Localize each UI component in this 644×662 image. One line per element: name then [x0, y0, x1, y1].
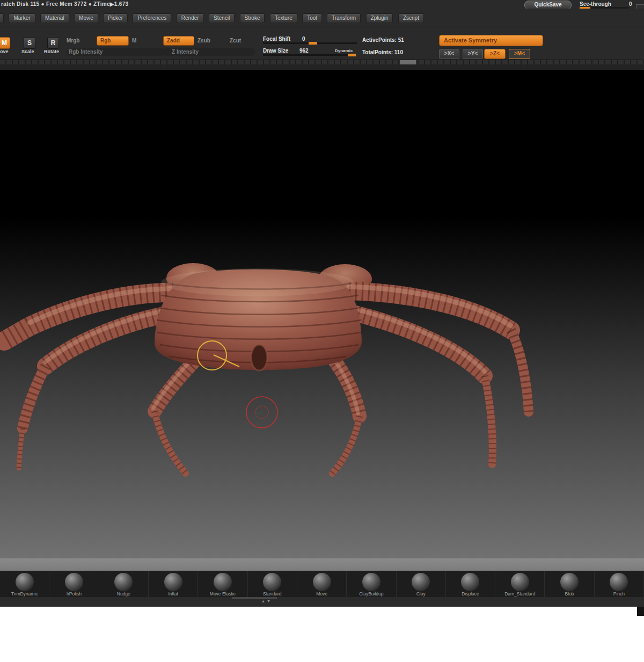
- brush-sphere-icon: [164, 573, 182, 591]
- brush-trimdynamic[interactable]: TrimDynamic: [0, 571, 49, 598]
- tray-footer: ▲▼: [0, 597, 644, 607]
- focal-shift-label: Focal Shift: [263, 36, 290, 42]
- menu-row: Marker Material Movie Picker Preferences…: [0, 13, 424, 23]
- zadd-button[interactable]: Zadd: [163, 36, 194, 46]
- menu-item-marker[interactable]: Marker: [9, 13, 35, 23]
- brush-sphere-icon: [362, 573, 380, 591]
- move-button[interactable]: M: [0, 37, 10, 49]
- menu-item-material[interactable]: Material: [40, 13, 69, 23]
- menu-item-tool[interactable]: Tool: [302, 13, 321, 23]
- brush-label: Move Elastic: [198, 591, 247, 596]
- sculpt-canvas[interactable]: [0, 70, 644, 558]
- symmetry-x-button[interactable]: >X<: [439, 49, 459, 59]
- brush-label: Dam_Standard: [495, 591, 544, 596]
- focal-shift-value: 0: [302, 36, 305, 42]
- rgb-intensity-slider[interactable]: Rgb Intensity: [67, 48, 165, 56]
- draw-size-knob[interactable]: [348, 54, 356, 56]
- menu-item-stencil[interactable]: Stencil: [209, 13, 235, 23]
- draw-cursor: [246, 397, 277, 428]
- symmetry-z-button[interactable]: >Z<: [484, 49, 506, 59]
- timeline-thumb[interactable]: [400, 60, 416, 64]
- activate-symmetry-button[interactable]: Activate Symmetry: [439, 35, 543, 46]
- spider-model: [0, 70, 644, 558]
- brush-sphere-icon: [16, 573, 34, 591]
- brush-label: Pinch: [595, 591, 643, 596]
- rgb-button[interactable]: Rgb: [97, 36, 129, 46]
- focal-shift-slider[interactable]: [263, 42, 357, 44]
- draw-size-slider[interactable]: [263, 54, 357, 56]
- brush-label: TrimDynamic: [0, 591, 49, 596]
- tray-toggle[interactable]: ▲▼: [261, 599, 272, 603]
- brush-label: Inflat: [149, 591, 197, 596]
- brush-move[interactable]: Move: [297, 571, 347, 598]
- scale-button-label: Scale: [21, 49, 34, 54]
- mrgb-button[interactable]: Mrgb: [67, 38, 79, 43]
- brush-clay[interactable]: Clay: [397, 571, 446, 598]
- z-intensity-slider[interactable]: Z Intensity: [163, 48, 255, 56]
- spider-head: [251, 345, 267, 370]
- draw-size-value: 962: [299, 48, 309, 54]
- menu-item-picker[interactable]: Picker: [103, 13, 128, 23]
- brush-label: Blob: [545, 591, 594, 596]
- scroll-up-icon[interactable]: ▲: [261, 599, 267, 603]
- menu-item-transform[interactable]: Transform: [327, 13, 361, 23]
- draw-size-label: Draw Size: [263, 48, 288, 54]
- brush-dam-standard[interactable]: Dam_Standard: [495, 571, 545, 598]
- dynamic-label: Dynamic: [335, 48, 353, 53]
- brush-sphere-icon: [461, 573, 479, 591]
- menu-item-zscript[interactable]: Zscript: [398, 13, 424, 23]
- brush-tray: TrimDynamic hPolish Nudge Inflat Move El…: [0, 571, 644, 598]
- canvas-margin: [0, 558, 644, 571]
- move-button-label: ove: [0, 49, 9, 54]
- symmetry-y-button[interactable]: >Y<: [463, 49, 483, 59]
- seethrough-value: 0: [629, 0, 632, 9]
- menu-item-preferences[interactable]: Preferences: [133, 13, 171, 23]
- brush-label: hPolish: [49, 591, 98, 596]
- menu-item-stroke[interactable]: Stroke: [240, 13, 265, 23]
- brush-inflat[interactable]: Inflat: [149, 571, 198, 598]
- rotate-button-label: Rotate: [44, 49, 59, 54]
- menu-bar: Marker Material Movie Picker Preferences…: [0, 9, 644, 26]
- m-button[interactable]: M: [132, 38, 136, 43]
- brush-blob[interactable]: Blob: [545, 571, 594, 598]
- brush-claybuildup[interactable]: ClayBuildup: [347, 571, 396, 598]
- status-text: ratch Disk 115 ● Free Mem 3772 ● ZTime▶1…: [1, 0, 128, 9]
- zcut-button[interactable]: Zcut: [230, 38, 241, 43]
- brush-label: Displace: [446, 591, 495, 596]
- brush-label: Clay: [397, 591, 445, 596]
- brush-displace[interactable]: Displace: [446, 571, 495, 598]
- brush-hpolish[interactable]: hPolish: [49, 571, 99, 598]
- brush-sphere-icon: [114, 573, 133, 591]
- rotate-button[interactable]: R: [47, 37, 59, 49]
- status-bar: ratch Disk 115 ● Free Mem 3772 ● ZTime▶1…: [0, 0, 644, 9]
- brush-sphere-icon: [65, 573, 83, 591]
- brush-standard[interactable]: Standard: [248, 571, 297, 598]
- brush-sphere-icon: [214, 573, 232, 591]
- menu-item-render[interactable]: Render: [177, 13, 204, 23]
- zsub-button[interactable]: Zsub: [197, 38, 210, 43]
- brush-nudge[interactable]: Nudge: [99, 571, 149, 598]
- page-background: [0, 607, 644, 662]
- brush-sphere-icon: [610, 573, 628, 591]
- brush-move-elastic[interactable]: Move Elastic: [198, 571, 247, 598]
- symmetry-m-button[interactable]: >M<: [509, 49, 530, 59]
- scale-button[interactable]: S: [24, 37, 35, 49]
- brush-label: ClayBuildup: [347, 591, 396, 596]
- brush-sphere-icon: [263, 573, 281, 591]
- brush-sphere-icon: [313, 573, 331, 591]
- top-toolbar: M ove S Scale R Rotate Mrgb Rgb M Rgb In…: [0, 26, 644, 60]
- brush-label: Nudge: [99, 591, 148, 596]
- menu-item-zplugin[interactable]: Zplugin: [366, 13, 393, 23]
- brush-label: Move: [297, 591, 346, 596]
- brush-pinch[interactable]: Pinch: [595, 571, 644, 598]
- brush-sphere-icon: [511, 573, 529, 591]
- scroll-down-icon[interactable]: ▼: [267, 599, 272, 603]
- timeline-ticks: [0, 60, 644, 64]
- active-points-readout: ActivePoints: 51: [362, 37, 404, 43]
- timeline-strip[interactable]: [0, 59, 644, 70]
- menu-item-movie[interactable]: Movie: [74, 13, 98, 23]
- menu-item-texture[interactable]: Texture: [270, 13, 297, 23]
- focal-shift-knob[interactable]: [309, 42, 317, 45]
- menu-item-clipped[interactable]: [0, 13, 4, 23]
- body-sheen: [161, 268, 354, 296]
